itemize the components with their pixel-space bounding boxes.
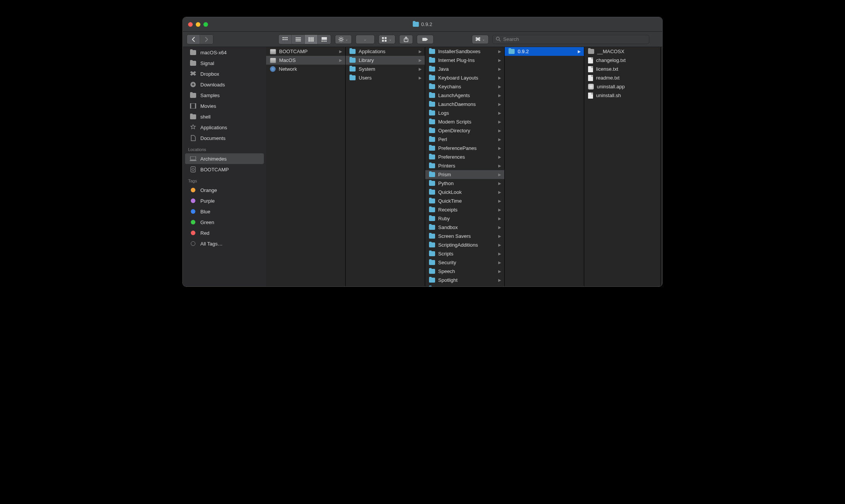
file-row[interactable]: Internet Plug-Ins▶ (425, 56, 504, 65)
chevron-right-icon: ▶ (498, 155, 501, 159)
sidebar-item[interactable]: Dropbox (183, 68, 266, 79)
sidebar-tag-item[interactable]: Blue (183, 206, 266, 217)
file-row[interactable]: Security▶ (425, 258, 504, 267)
file-row[interactable]: QuickTime▶ (425, 197, 504, 205)
sidebar-item[interactable]: shell (183, 111, 266, 122)
file-row[interactable]: QuickLook▶ (425, 188, 504, 197)
sidebar-tag-item[interactable]: Red (183, 228, 266, 238)
file-row[interactable]: uninstall.sh (584, 91, 660, 100)
svg-rect-7 (296, 39, 301, 40)
file-name: 0.9.2 (518, 49, 529, 54)
dropdown-button[interactable]: ⌄ (356, 35, 375, 44)
grid-icon (382, 37, 387, 42)
sidebar-item[interactable]: Archimedes (185, 153, 264, 164)
file-row[interactable]: OpenDirectory▶ (425, 126, 504, 135)
file-row[interactable]: BOOTCAMP▶ (266, 47, 345, 56)
file-row[interactable]: license.txt (584, 65, 660, 73)
arrange-button[interactable]: ⌄ (379, 35, 395, 44)
column-view-button[interactable] (305, 35, 318, 44)
dropbox-button[interactable]: ⌄ (472, 35, 489, 44)
file-row[interactable]: readme.txt (584, 73, 660, 82)
file-row[interactable]: Screen Savers▶ (425, 232, 504, 241)
file-row[interactable]: Network (266, 65, 345, 73)
icon-view-button[interactable] (279, 35, 292, 44)
svg-rect-2 (286, 37, 288, 38)
file-row[interactable]: MacOS▶ (266, 56, 345, 65)
chevron-right-icon: ▶ (498, 260, 501, 265)
sidebar-item[interactable]: BOOTCAMP (183, 164, 266, 175)
sidebar-item[interactable]: Samples (183, 90, 266, 101)
file-row[interactable]: Preferences▶ (425, 153, 504, 161)
file-row[interactable]: Library▶ (346, 56, 425, 65)
file-row[interactable]: Modem Scripts▶ (425, 117, 504, 126)
file-row[interactable]: Speech▶ (425, 267, 504, 276)
sidebar-item[interactable]: Downloads (183, 79, 266, 90)
sidebar-item[interactable]: Signal (183, 58, 266, 68)
file-row[interactable]: Applications▶ (346, 47, 425, 56)
svg-point-22 (496, 37, 499, 40)
file-row[interactable]: Java▶ (425, 65, 504, 73)
sidebar-label: macOS-x64 (200, 50, 227, 55)
sidebar-item[interactable]: macOS-x64 (183, 47, 266, 58)
folder-icon (429, 278, 435, 283)
file-row[interactable]: LaunchDaemons▶ (425, 100, 504, 109)
file-row[interactable]: PreferencePanes▶ (425, 144, 504, 153)
action-menu-button[interactable]: ⌄ (335, 35, 352, 44)
forward-button[interactable] (200, 35, 213, 44)
chevron-right-icon: ▶ (339, 49, 342, 54)
tags-button[interactable] (417, 35, 434, 44)
file-name: ScriptingAdditions (438, 242, 478, 248)
chevron-right-icon: ▶ (498, 137, 501, 141)
file-row[interactable]: Printers▶ (425, 161, 504, 170)
sidebar-tag-item[interactable]: All Tags… (183, 238, 266, 249)
file-row[interactable]: Keychains▶ (425, 82, 504, 91)
sidebar-tag-item[interactable]: Orange (183, 185, 266, 195)
file-row[interactable]: System▶ (346, 65, 425, 73)
file-row[interactable]: __MACOSX (584, 47, 660, 56)
file-row[interactable]: Scripts▶ (425, 249, 504, 258)
file-row[interactable]: Prism▶ (425, 170, 504, 179)
back-button[interactable] (187, 35, 200, 44)
svg-rect-28 (190, 160, 197, 161)
gallery-view-button[interactable] (318, 35, 331, 44)
list-view-button[interactable] (292, 35, 305, 44)
file-row[interactable]: uninstall.app (584, 82, 660, 91)
file-row[interactable]: Python▶ (425, 179, 504, 188)
sidebar-tag-item[interactable]: Green (183, 217, 266, 228)
file-row[interactable]: Sandbox▶ (425, 223, 504, 232)
file-row[interactable]: Ruby▶ (425, 214, 504, 223)
minimize-button[interactable] (196, 22, 200, 27)
search-input[interactable] (503, 36, 646, 42)
svg-rect-1 (284, 37, 286, 38)
sidebar-tag-item[interactable]: Purple (183, 195, 266, 206)
chevron-down-icon: ⌄ (482, 37, 485, 41)
file-row[interactable]: Keyboard Layouts▶ (425, 73, 504, 82)
file-row[interactable]: Users▶ (346, 73, 425, 82)
file-row[interactable]: StagedDri…xtensions▶ (425, 285, 504, 286)
file-row[interactable]: Logs▶ (425, 109, 504, 117)
svg-rect-13 (322, 41, 323, 42)
svg-rect-15 (325, 41, 327, 42)
file-row[interactable]: Receipts▶ (425, 205, 504, 214)
sidebar-item[interactable]: Applications (183, 122, 266, 133)
file-row[interactable]: LaunchAgents▶ (425, 91, 504, 100)
file-row[interactable]: Spotlight▶ (425, 276, 504, 285)
file-row[interactable]: 0.9.2▶ (505, 47, 584, 56)
zoom-button[interactable] (203, 22, 208, 27)
view-mode-buttons (278, 34, 331, 44)
svg-rect-25 (190, 103, 191, 109)
svg-rect-3 (283, 39, 284, 40)
file-row[interactable]: ScriptingAdditions▶ (425, 241, 504, 249)
share-button[interactable] (399, 35, 413, 44)
search-field[interactable] (492, 35, 649, 44)
svg-rect-14 (323, 41, 325, 42)
folder-icon (429, 67, 435, 72)
sidebar-item[interactable]: Movies (183, 101, 266, 111)
file-name: Keychains (438, 84, 461, 89)
close-button[interactable] (188, 22, 193, 27)
file-row[interactable]: Perl▶ (425, 135, 504, 144)
file-row[interactable]: changelog.txt (584, 56, 660, 65)
column: Applications▶Library▶System▶Users▶ (346, 47, 425, 286)
sidebar-item[interactable]: Documents (183, 133, 266, 143)
file-row[interactable]: InstallerSandboxes▶ (425, 47, 504, 56)
